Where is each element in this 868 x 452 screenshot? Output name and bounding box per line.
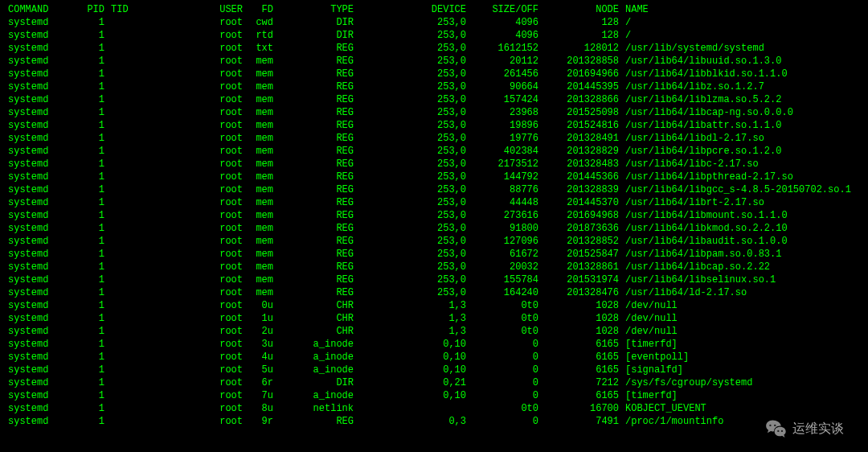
cell-fd: 3u — [243, 338, 273, 351]
cell-user: root — [145, 248, 243, 261]
cell-user: root — [145, 222, 243, 235]
cell-device: 253,0 — [354, 183, 466, 196]
cell-command: systemd — [8, 402, 64, 415]
cell-node: 128012 — [538, 42, 619, 55]
cell-type: REG — [273, 196, 354, 209]
cell-pid: 1 — [64, 299, 104, 312]
cell-name: /usr/lib64/libkmod.so.2.2.10 — [619, 222, 860, 235]
cell-size: 44448 — [466, 196, 538, 209]
cell-command: systemd — [8, 351, 64, 364]
cell-name: /usr/lib64/libcap-ng.so.0.0.0 — [619, 106, 860, 119]
cell-command: systemd — [8, 312, 64, 325]
cell-device: 0,10 — [354, 338, 466, 351]
cell-pid: 1 — [64, 222, 104, 235]
cell-size: 0t0 — [466, 325, 538, 338]
cell-user: root — [145, 80, 243, 93]
cell-name: /usr/lib64/libblkid.so.1.1.0 — [619, 68, 860, 80]
cell-pid: 1 — [64, 42, 104, 55]
table-row: systemd1rootmemREG253,019896201524816/us… — [8, 119, 860, 132]
cell-device: 253,0 — [354, 261, 466, 273]
cell-name: /usr/lib64/libpam.so.0.83.1 — [619, 248, 860, 261]
table-row: systemd1rootmemREG253,0127096201328852/u… — [8, 235, 860, 248]
cell-type: netlink — [273, 402, 354, 415]
cell-command: systemd — [8, 273, 64, 286]
cell-node: 201328839 — [538, 183, 619, 196]
header-device: DEVICE — [354, 3, 466, 16]
cell-tid — [104, 80, 145, 93]
cell-pid: 1 — [64, 325, 104, 338]
cell-type: a_inode — [273, 338, 354, 351]
cell-tid — [104, 286, 145, 299]
cell-fd: rtd — [243, 29, 273, 42]
cell-name: /usr/lib64/libuuid.so.1.3.0 — [619, 55, 860, 68]
header-row: COMMANDPIDTIDUSERFDTYPEDEVICESIZE/OFFNOD… — [8, 3, 860, 16]
cell-tid — [104, 273, 145, 286]
cell-command: systemd — [8, 29, 64, 42]
cell-node: 201328829 — [538, 145, 619, 158]
cell-node: 1028 — [538, 312, 619, 325]
cell-type: REG — [273, 106, 354, 119]
cell-command: systemd — [8, 338, 64, 351]
cell-name: /usr/lib64/libpthread-2.17.so — [619, 171, 860, 183]
table-row: systemd1rootmemREG253,0164240201328476/u… — [8, 286, 860, 299]
cell-pid: 1 — [64, 132, 104, 145]
cell-device — [354, 402, 466, 415]
cell-size: 402384 — [466, 145, 538, 158]
cell-user: root — [145, 364, 243, 376]
cell-pid: 1 — [64, 145, 104, 158]
cell-size: 155784 — [466, 273, 538, 286]
cell-name: /usr/lib64/libgcc_s-4.8.5-20150702.so.1 — [619, 183, 860, 196]
cell-tid — [104, 312, 145, 325]
table-row: systemd1root3ua_inode0,1006165[timerfd] — [8, 338, 860, 351]
cell-name: /proc/1/mountinfo — [619, 415, 860, 428]
cell-size: 0 — [466, 376, 538, 389]
cell-node: 201873636 — [538, 222, 619, 235]
cell-command: systemd — [8, 106, 64, 119]
cell-user: root — [145, 29, 243, 42]
header-tid: TID — [104, 3, 145, 16]
cell-pid: 1 — [64, 286, 104, 299]
cell-pid: 1 — [64, 415, 104, 428]
cell-size: 1612152 — [466, 42, 538, 55]
cell-tid — [104, 183, 145, 196]
cell-command: systemd — [8, 93, 64, 106]
cell-device: 1,3 — [354, 312, 466, 325]
cell-name: /usr/lib/systemd/systemd — [619, 42, 860, 55]
cell-fd: 8u — [243, 402, 273, 415]
cell-node: 128 — [538, 16, 619, 29]
cell-pid: 1 — [64, 209, 104, 222]
cell-node: 6165 — [538, 389, 619, 402]
cell-size: 23968 — [466, 106, 538, 119]
cell-pid: 1 — [64, 106, 104, 119]
cell-type: REG — [273, 145, 354, 158]
cell-tid — [104, 16, 145, 29]
cell-device: 253,0 — [354, 248, 466, 261]
cell-user: root — [145, 273, 243, 286]
cell-type: CHR — [273, 325, 354, 338]
cell-type: REG — [273, 171, 354, 183]
cell-pid: 1 — [64, 235, 104, 248]
cell-size: 61672 — [466, 248, 538, 261]
cell-user: root — [145, 119, 243, 132]
cell-name: /usr/lib64/libcap.so.2.22 — [619, 261, 860, 273]
cell-node: 6165 — [538, 364, 619, 376]
cell-fd: mem — [243, 248, 273, 261]
cell-name: /usr/lib64/liblzma.so.5.2.2 — [619, 93, 860, 106]
cell-tid — [104, 235, 145, 248]
cell-command: systemd — [8, 415, 64, 428]
cell-type: REG — [273, 119, 354, 132]
cell-tid — [104, 351, 145, 364]
cell-fd: 5u — [243, 364, 273, 376]
cell-user: root — [145, 196, 243, 209]
table-row: systemd1rootmemREG253,0155784201531974/u… — [8, 273, 860, 286]
cell-user: root — [145, 338, 243, 351]
cell-fd: 2u — [243, 325, 273, 338]
cell-name: /sys/fs/cgroup/systemd — [619, 376, 860, 389]
cell-pid: 1 — [64, 93, 104, 106]
cell-tid — [104, 106, 145, 119]
cell-type: REG — [273, 261, 354, 273]
cell-user: root — [145, 415, 243, 428]
cell-type: REG — [273, 183, 354, 196]
cell-user: root — [145, 402, 243, 415]
cell-user: root — [145, 158, 243, 171]
